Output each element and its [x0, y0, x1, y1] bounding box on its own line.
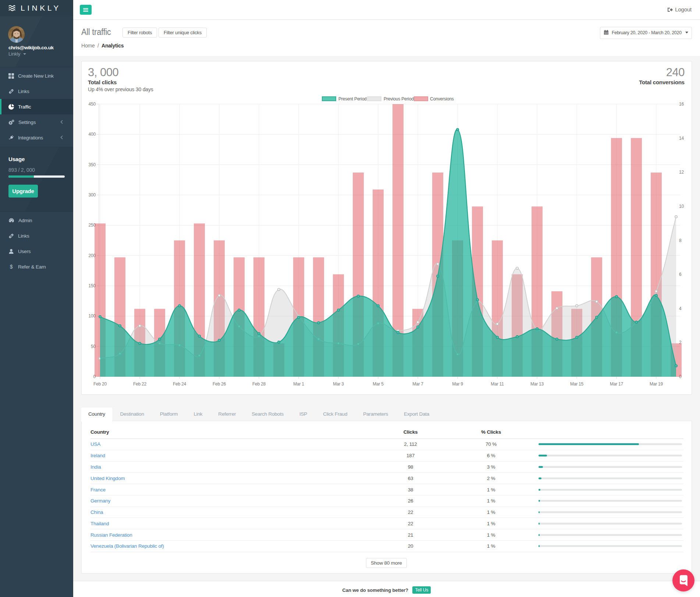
svg-text:350: 350 [89, 162, 96, 167]
svg-text:Present Period: Present Period [338, 96, 367, 102]
svg-text:Mar 19: Mar 19 [650, 381, 663, 387]
svg-text:300: 300 [89, 192, 96, 198]
svg-text:14: 14 [679, 136, 684, 141]
svg-text:Feb 22: Feb 22 [133, 381, 147, 387]
svg-text:Mar 17: Mar 17 [610, 381, 623, 387]
svg-text:12: 12 [679, 170, 684, 175]
svg-text:Mar 5: Mar 5 [373, 381, 384, 387]
svg-text:8: 8 [679, 238, 682, 243]
svg-text:Mar 13: Mar 13 [530, 381, 544, 387]
svg-text:450: 450 [89, 102, 96, 107]
svg-text:Mar 7: Mar 7 [412, 381, 423, 387]
svg-text:Previous Period: Previous Period [384, 96, 414, 102]
svg-text:Feb 26: Feb 26 [213, 381, 226, 387]
svg-text:Mar 1: Mar 1 [293, 381, 304, 387]
svg-text:Mar 15: Mar 15 [570, 381, 584, 387]
svg-text:Mar 11: Mar 11 [491, 381, 504, 387]
svg-text:Feb 20: Feb 20 [93, 381, 107, 387]
svg-text:Conversions: Conversions [430, 96, 454, 102]
svg-text:Feb 28: Feb 28 [252, 381, 266, 387]
svg-text:16: 16 [679, 102, 684, 107]
svg-text:Mar 9: Mar 9 [452, 381, 463, 387]
svg-text:Mar 3: Mar 3 [333, 381, 344, 387]
svg-text:6: 6 [679, 272, 682, 277]
svg-text:Feb 24: Feb 24 [173, 381, 186, 387]
svg-text:4: 4 [679, 306, 682, 311]
svg-text:400: 400 [89, 132, 96, 137]
svg-text:10: 10 [679, 204, 684, 209]
